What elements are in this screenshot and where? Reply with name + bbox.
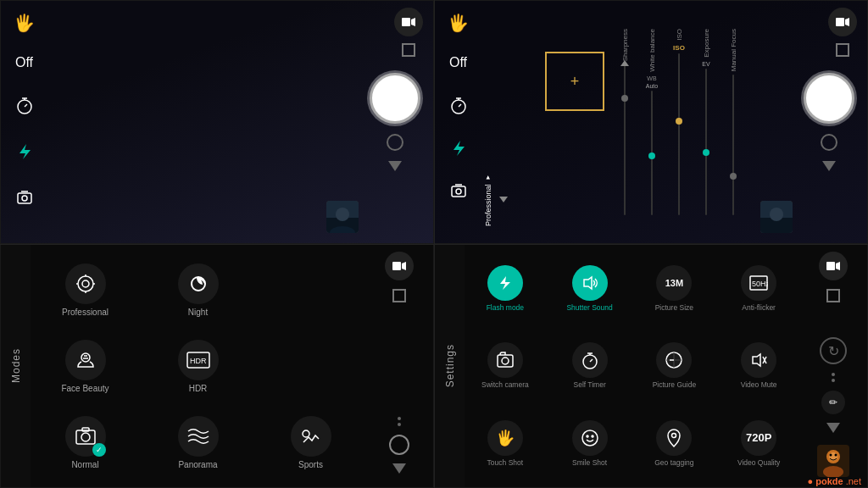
- geo-tagging-label: Geo tagging: [654, 458, 693, 467]
- svg-rect-43: [498, 355, 513, 367]
- flash-off-label-q2: Off: [449, 55, 467, 70]
- video-mode-button-q2[interactable]: [828, 8, 857, 36]
- mode-item-night[interactable]: Night: [178, 263, 219, 317]
- edit-button[interactable]: ✏: [821, 391, 845, 414]
- camera-flip-icon[interactable]: [11, 184, 38, 211]
- refresh-button[interactable]: ↻: [820, 337, 847, 364]
- aspect-ratio-button-q2[interactable]: [836, 43, 849, 57]
- setting-video-quality[interactable]: 720P Video Quality: [737, 420, 780, 467]
- svg-line-48: [590, 359, 593, 362]
- video-mode-q4[interactable]: [819, 252, 848, 280]
- panorama-label: Panorama: [178, 460, 217, 469]
- normal-label: Normal: [71, 460, 98, 469]
- svg-text:HDR: HDR: [190, 357, 207, 365]
- professional-icon: [65, 263, 106, 304]
- ev-slider[interactable]: Exposure EV: [694, 29, 718, 215]
- svg-point-17: [456, 189, 461, 194]
- setting-video-mute[interactable]: Video Mute: [741, 342, 777, 389]
- more-options-arrow[interactable]: [388, 161, 402, 171]
- mode-item-professional[interactable]: Professional: [62, 263, 108, 317]
- aspect-ratio-button[interactable]: [402, 43, 415, 57]
- self-timer-label: Self Timer: [573, 380, 605, 389]
- mode-item-panorama[interactable]: Panorama: [178, 416, 219, 469]
- aspect-ratio-q3[interactable]: [392, 289, 406, 302]
- svg-point-56: [582, 430, 598, 446]
- dot-menu-q3[interactable]: [398, 417, 401, 426]
- modes-sidebar: Modes: [1, 245, 31, 487]
- smile-shot-label: Smile Shot: [572, 458, 607, 467]
- picture-guide-label: Picture Guide: [653, 380, 697, 389]
- professional-label[interactable]: Professional ▾: [484, 174, 508, 226]
- setting-flash-mode[interactable]: Flash mode: [487, 265, 524, 312]
- svg-line-3: [25, 104, 27, 107]
- svg-rect-36: [82, 428, 89, 431]
- setting-switch-camera[interactable]: Switch camera: [481, 342, 529, 389]
- video-mute-label: Video Mute: [741, 380, 777, 389]
- svg-point-35: [81, 433, 90, 441]
- picture-size-value: 13M: [665, 278, 683, 288]
- sharpness-slider[interactable]: Sharpness: [613, 29, 637, 215]
- hand-gesture-icon[interactable]: 🖐: [11, 9, 38, 36]
- dot-menu-q4[interactable]: [832, 373, 835, 382]
- picture-size-label: Picture Size: [655, 303, 693, 312]
- shutter-button-q2[interactable]: [804, 73, 854, 124]
- wb-slider[interactable]: White balance WB Auto: [640, 29, 664, 215]
- more-arrow-q4[interactable]: [826, 423, 840, 433]
- shutter-area-q2: [804, 73, 854, 171]
- timer-icon-q2[interactable]: [445, 92, 472, 119]
- sports-label: Sports: [298, 460, 323, 469]
- normal-icon: ✓: [65, 416, 106, 457]
- left-controls-q1: 🖐 Off: [1, 1, 47, 243]
- setting-self-timer[interactable]: Self Timer: [572, 342, 608, 389]
- setting-geo-tagging[interactable]: Geo tagging: [654, 420, 693, 467]
- svg-marker-39: [402, 262, 406, 270]
- flash-icon-q2[interactable]: [445, 135, 472, 162]
- gallery-thumbnail-q2[interactable]: [760, 201, 793, 233]
- mode-confirm-ring[interactable]: [389, 435, 409, 455]
- manual-focus-slider[interactable]: Manual Focus: [721, 29, 745, 215]
- settings-grid: Flash mode Shutter Sound 13M Picture Siz…: [465, 252, 799, 480]
- focus-box: +: [545, 52, 604, 111]
- vertical-divider: [434, 0, 435, 488]
- svg-point-66: [830, 454, 832, 457]
- flash-icon[interactable]: [11, 138, 38, 165]
- modes-panel-view: Modes Professional: [0, 244, 434, 488]
- pokde-avatar: [817, 445, 849, 477]
- video-quality-icon: 720P: [741, 420, 776, 456]
- camera-flip-icon-q2[interactable]: [445, 177, 472, 204]
- shutter-sound-label: Shutter Sound: [566, 303, 612, 312]
- video-mode-button[interactable]: [394, 8, 423, 36]
- shutter-ring: [387, 134, 403, 151]
- setting-anti-flicker[interactable]: 50Hz Anti-flicker: [741, 265, 776, 312]
- gallery-thumbnail[interactable]: [326, 201, 359, 233]
- svg-point-10: [336, 208, 349, 221]
- more-arrow-q3[interactable]: [392, 463, 406, 474]
- face-beauty-label: Face Beauty: [61, 384, 108, 393]
- night-label: Night: [188, 308, 208, 317]
- svg-marker-7: [411, 18, 415, 26]
- timer-icon[interactable]: [11, 92, 38, 119]
- settings-sidebar-label: Settings: [444, 344, 456, 387]
- shutter-button[interactable]: [370, 73, 420, 124]
- touch-shot-label: Touch Shot: [487, 458, 524, 467]
- more-options-arrow-q2[interactable]: [822, 161, 836, 171]
- mode-item-normal[interactable]: ✓ Normal: [65, 416, 106, 469]
- svg-point-37: [303, 430, 309, 437]
- setting-shutter-sound[interactable]: Shutter Sound: [566, 265, 612, 312]
- svg-rect-60: [826, 262, 835, 270]
- video-mode-q3[interactable]: [385, 252, 414, 280]
- mode-item-hdr[interactable]: HDR HDR: [178, 340, 219, 393]
- aspect-ratio-q4[interactable]: [826, 289, 840, 302]
- mode-item-sports[interactable]: Sports: [291, 416, 331, 469]
- setting-touch-shot[interactable]: 🖐 Touch Shot: [487, 420, 524, 467]
- iso-slider[interactable]: ISO ISO: [667, 29, 691, 215]
- flash-mode-label: Flash mode: [487, 303, 524, 312]
- svg-text:50Hz: 50Hz: [752, 280, 768, 288]
- mode-item-face-beauty[interactable]: Face Beauty: [61, 340, 108, 393]
- setting-smile-shot[interactable]: Smile Shot: [572, 420, 608, 467]
- setting-picture-guide[interactable]: Picture Guide: [653, 342, 697, 389]
- shutter-sound-icon: [572, 265, 608, 301]
- video-quality-label: Video Quality: [737, 458, 780, 467]
- hand-gesture-icon-q2[interactable]: 🖐: [445, 9, 472, 36]
- setting-picture-size[interactable]: 13M Picture Size: [655, 265, 693, 312]
